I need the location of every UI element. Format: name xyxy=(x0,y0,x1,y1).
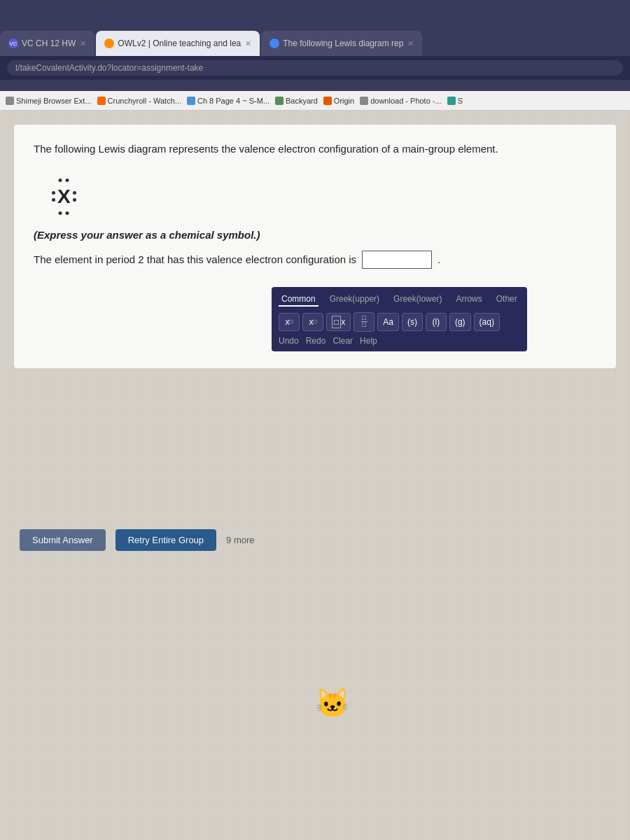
btn-boxed-x[interactable]: □x xyxy=(326,313,351,331)
btn-aa[interactable]: Aa xyxy=(377,313,399,331)
dot-right-1 xyxy=(73,191,76,195)
bookmark-icon-shimeji xyxy=(6,97,14,105)
btn-liquid[interactable]: (l) xyxy=(426,313,447,331)
tab-label-ch12hw: VC CH 12 HW xyxy=(22,38,76,48)
tab-icon-google xyxy=(270,38,279,48)
content-area: The following Lewis diagram represents t… xyxy=(0,111,630,840)
retry-group-button[interactable]: Retry Entire Group xyxy=(115,529,216,551)
dot-top-1 xyxy=(59,178,62,182)
bookmark-label-backyard: Backyard xyxy=(286,97,318,105)
toolbar-popup: Common Greek(upper) Greek(lower) Arrows … xyxy=(272,287,527,351)
toolbar-tab-greek-upper[interactable]: Greek(upper) xyxy=(327,293,382,307)
question-text: The following Lewis diagram represents t… xyxy=(34,141,596,158)
btn-fraction[interactable]: □ □ xyxy=(354,312,374,332)
express-text: (Express your answer as a chemical symbo… xyxy=(34,229,596,241)
btn-undo[interactable]: Undo xyxy=(279,336,299,346)
bookmark-icon-ch8 xyxy=(187,97,195,105)
tab-close-lewis[interactable]: ✕ xyxy=(407,39,414,48)
bookmark-s[interactable]: S xyxy=(447,97,463,105)
bottom-actions: Submit Answer Retry Entire Group 9 more xyxy=(20,529,255,551)
element-question-text: The element in period 2 that has this va… xyxy=(34,253,356,265)
dot-left-1 xyxy=(52,191,55,195)
tab-label-owlv2: OWLv2 | Online teaching and lea xyxy=(118,38,241,48)
bookmark-icon-crunchyroll xyxy=(97,97,106,105)
question-container: The following Lewis diagram represents t… xyxy=(14,125,616,368)
address-bar: t/takeCovalentActivity.do?locator=assign… xyxy=(0,56,630,80)
dot-top-2 xyxy=(66,178,69,182)
bookmark-ch8[interactable]: Ch 8 Page 4 ~ S-M... xyxy=(187,97,270,105)
btn-redo[interactable]: Redo xyxy=(306,336,326,346)
toolbar-tab-other[interactable]: Other xyxy=(493,293,520,307)
toolbar-tab-greek-lower[interactable]: Greek(lower) xyxy=(391,293,444,307)
toolbar-tab-common[interactable]: Common xyxy=(279,293,318,307)
more-text: 9 more xyxy=(226,535,254,545)
browser-chrome: VC VC CH 12 HW ✕ OWLv2 | Online teaching… xyxy=(0,0,630,91)
bookmark-label-crunchyroll: Crunchyroll - Watch... xyxy=(108,97,181,105)
bookmarks-bar: Shimeji Browser Ext... Crunchyroll - Wat… xyxy=(0,91,630,111)
tab-icon-vc: VC xyxy=(8,38,18,48)
tab-close-owlv2[interactable]: ✕ xyxy=(245,39,251,48)
toolbar-tab-arrows[interactable]: Arrows xyxy=(453,293,484,307)
bookmark-icon-s xyxy=(447,97,456,105)
btn-superscript[interactable]: x□ xyxy=(279,313,300,331)
element-question-row: The element in period 2 that has this va… xyxy=(34,251,596,269)
bookmark-label-ch8: Ch 8 Page 4 ~ S-M... xyxy=(197,97,270,105)
bookmark-label-s: S xyxy=(458,97,463,105)
bookmark-shimeji[interactable]: Shimeji Browser Ext... xyxy=(6,97,92,105)
dot-right-2 xyxy=(73,198,76,202)
dot-bottom-2 xyxy=(66,211,69,215)
bookmark-download[interactable]: download - Photo -... xyxy=(360,97,442,105)
character-emoji: 🐱 xyxy=(315,687,350,720)
bookmark-origin[interactable]: Origin xyxy=(323,97,354,105)
toolbar-buttons: x□ x□ □x □ □ Aa (s) (l) (g) (aq) xyxy=(279,312,520,332)
toolbar-tabs: Common Greek(upper) Greek(lower) Arrows … xyxy=(279,293,520,307)
bookmark-crunchyroll[interactable]: Crunchyroll - Watch... xyxy=(97,97,181,105)
tab-owlv2[interactable]: OWLv2 | Online teaching and lea ✕ xyxy=(96,31,260,56)
submit-answer-button[interactable]: Submit Answer xyxy=(20,529,106,551)
bookmark-icon-origin xyxy=(323,97,332,105)
toolbar-footer: Undo Redo Clear Help xyxy=(279,336,520,346)
bookmark-icon-download xyxy=(360,97,368,105)
btn-solid[interactable]: (s) xyxy=(402,313,423,331)
bookmark-backyard[interactable]: Backyard xyxy=(275,97,318,105)
tab-icon-owl xyxy=(104,38,114,48)
lewis-diagram: X xyxy=(48,178,80,215)
tab-ch12hw[interactable]: VC VC CH 12 HW ✕ xyxy=(0,31,94,56)
dot-left-2 xyxy=(52,198,55,202)
element-symbol: X xyxy=(57,186,71,208)
dot-bottom-1 xyxy=(59,211,62,215)
tab-close-ch12hw[interactable]: ✕ xyxy=(80,39,86,48)
btn-aqueous[interactable]: (aq) xyxy=(474,313,500,331)
btn-help[interactable]: Help xyxy=(360,336,377,346)
bookmark-label-shimeji: Shimeji Browser Ext... xyxy=(16,97,92,105)
period-dot: . xyxy=(438,253,440,265)
tab-label-lewis: The following Lewis diagram rep xyxy=(283,38,403,48)
tab-bar: VC VC CH 12 HW ✕ OWLv2 | Online teaching… xyxy=(0,0,630,56)
btn-gas[interactable]: (g) xyxy=(449,313,471,331)
btn-subscript[interactable]: x□ xyxy=(302,313,323,331)
address-text[interactable]: t/takeCovalentActivity.do?locator=assign… xyxy=(7,60,623,76)
tab-lewis[interactable]: The following Lewis diagram rep ✕ xyxy=(261,31,422,56)
answer-input-box[interactable] xyxy=(362,251,432,269)
bookmark-icon-backyard xyxy=(275,97,284,105)
btn-clear[interactable]: Clear xyxy=(332,336,353,346)
bookmark-label-download: download - Photo -... xyxy=(370,97,442,105)
bookmark-label-origin: Origin xyxy=(334,97,354,105)
